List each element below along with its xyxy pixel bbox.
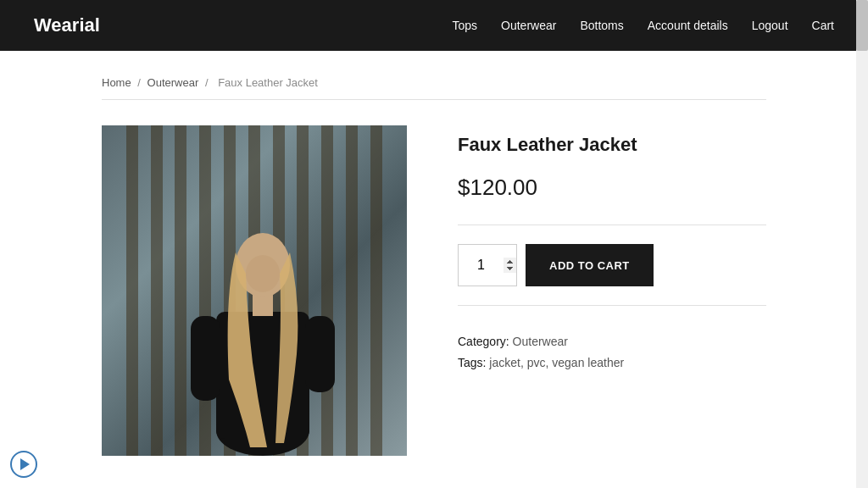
breadcrumb-outerwear[interactable]: Outerwear — [147, 76, 199, 89]
tags-value: jacket, pvc, vegan leather — [489, 356, 624, 369]
product-meta: Category: Outerwear Tags: jacket, pvc, v… — [458, 331, 766, 374]
quantity-input[interactable] — [458, 244, 517, 286]
product-model-illustration — [178, 142, 348, 456]
nav-account-details[interactable]: Account details — [648, 19, 728, 32]
svg-point-6 — [246, 255, 280, 292]
product-section: Faux Leather Jacket $120.00 ADD TO CART … — [102, 100, 766, 481]
brand-logo: Wearial — [34, 14, 100, 36]
product-tags: Tags: jacket, pvc, vegan leather — [458, 352, 766, 374]
header: Wearial Tops Outerwear Bottoms Account d… — [0, 0, 868, 51]
nav-logout[interactable]: Logout — [752, 19, 788, 32]
main-nav: Tops Outerwear Bottoms Account details L… — [452, 19, 834, 32]
product-info: Faux Leather Jacket $120.00 ADD TO CART … — [458, 125, 766, 374]
product-title: Faux Leather Jacket — [458, 134, 766, 156]
divider-bottom — [458, 305, 766, 306]
category-value[interactable]: Outerwear — [513, 335, 568, 348]
breadcrumb-current: Faux Leather Jacket — [218, 76, 318, 89]
product-image-bg — [102, 125, 407, 456]
scrollbar-thumb[interactable] — [856, 0, 868, 51]
cart-row: ADD TO CART — [458, 244, 766, 286]
breadcrumb: Home / Outerwear / Faux Leather Jacket — [102, 51, 766, 100]
divider-top — [458, 225, 766, 225]
svg-rect-2 — [191, 316, 220, 401]
main-content: Home / Outerwear / Faux Leather Jacket — [0, 51, 868, 481]
svg-rect-3 — [305, 316, 335, 392]
breadcrumb-sep1: / — [137, 76, 141, 89]
product-price: $120.00 — [458, 175, 766, 201]
product-image — [102, 125, 407, 456]
play-button[interactable] — [10, 451, 37, 478]
nav-outerwear[interactable]: Outerwear — [501, 19, 556, 32]
product-category: Category: Outerwear — [458, 331, 766, 352]
tags-label: Tags: — [458, 356, 486, 369]
nav-bottoms[interactable]: Bottoms — [580, 19, 623, 32]
category-label: Category: — [458, 335, 509, 348]
nav-tops[interactable]: Tops — [452, 19, 477, 32]
nav-cart[interactable]: Cart — [812, 19, 834, 32]
breadcrumb-home[interactable]: Home — [102, 76, 131, 89]
add-to-cart-button[interactable]: ADD TO CART — [526, 244, 654, 286]
breadcrumb-sep2: / — [205, 76, 209, 89]
